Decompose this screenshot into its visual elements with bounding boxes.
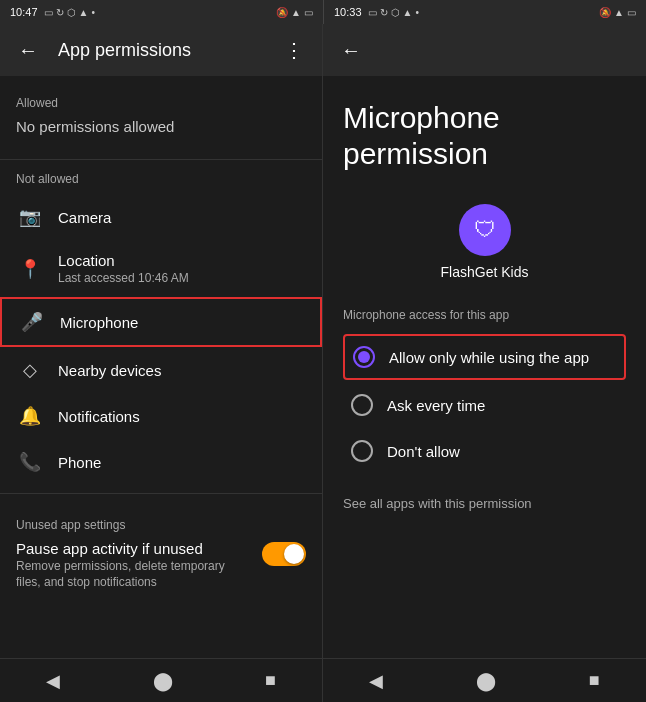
- left-nav-recents-button[interactable]: ■: [265, 670, 276, 691]
- right-bottom-nav: ◀ ⬤ ■: [323, 658, 646, 702]
- signal-icon: ▲: [79, 7, 89, 18]
- right-nav-back-button[interactable]: ◀: [369, 670, 383, 692]
- microphone-text: Microphone: [60, 314, 138, 331]
- app-info: 🛡 FlashGet Kids: [343, 204, 626, 280]
- right-hex-icon: ⬡: [391, 7, 400, 18]
- left-back-button[interactable]: ←: [10, 31, 46, 70]
- app-name: FlashGet Kids: [441, 264, 529, 280]
- radio-circle-allow: [353, 346, 375, 368]
- access-label: Microphone access for this app: [343, 308, 626, 322]
- right-battery-area: 🔕 ▲ ▭: [599, 7, 636, 18]
- unused-text: Pause app activity if unused Remove perm…: [16, 540, 250, 590]
- location-name: Location: [58, 252, 189, 269]
- option-dont-allow[interactable]: Don't allow: [343, 430, 626, 472]
- left-content: Allowed No permissions allowed Not allow…: [0, 76, 322, 658]
- microphone-name: Microphone: [60, 314, 138, 331]
- camera-icon: 📷: [16, 206, 44, 228]
- see-all-apps-link[interactable]: See all apps with this permission: [343, 496, 626, 511]
- nearby-icon: ◇: [16, 359, 44, 381]
- divider-1: [0, 159, 322, 160]
- left-toolbar: ← App permissions ⋮: [0, 24, 322, 76]
- location-icon: 📍: [16, 258, 44, 280]
- right-mute-icon: 🔕: [599, 7, 611, 18]
- left-time: 10:47: [10, 6, 38, 18]
- ask-every-time-label: Ask every time: [387, 397, 485, 414]
- unused-desc: Remove permissions, delete temporary fil…: [16, 559, 250, 590]
- no-permissions-text: No permissions allowed: [0, 118, 322, 151]
- right-status-icons: ▭ ↻ ⬡ ▲ •: [368, 7, 419, 18]
- sync-icon: ↻: [56, 7, 64, 18]
- permission-phone[interactable]: 📞 Phone: [0, 439, 322, 485]
- phone-icon: 📞: [16, 451, 44, 473]
- right-nav-home-button[interactable]: ⬤: [476, 670, 496, 692]
- right-time: 10:33: [334, 6, 362, 18]
- more-options-button[interactable]: ⋮: [276, 30, 312, 70]
- microphone-icon: 🎤: [18, 311, 46, 333]
- right-back-button[interactable]: ←: [333, 31, 369, 70]
- left-nav-back-button[interactable]: ◀: [46, 670, 60, 692]
- left-toolbar-title: App permissions: [58, 40, 276, 61]
- left-panel: ← App permissions ⋮ Allowed No permissio…: [0, 24, 323, 702]
- unused-title: Pause app activity if unused: [16, 540, 250, 557]
- right-dot-icon: •: [415, 7, 419, 18]
- allow-while-using-label: Allow only while using the app: [389, 349, 589, 366]
- permission-microphone[interactable]: 🎤 Microphone: [0, 297, 322, 347]
- option-allow-while-using[interactable]: Allow only while using the app: [343, 334, 626, 380]
- phone-text: Phone: [58, 454, 101, 471]
- right-screen-icon: ▭: [368, 7, 377, 18]
- dot-icon: •: [91, 7, 95, 18]
- divider-2: [0, 493, 322, 494]
- unused-section-label: Unused app settings: [16, 518, 306, 532]
- left-wifi-right-icon: ▲: [291, 7, 301, 18]
- notifications-name: Notifications: [58, 408, 140, 425]
- radio-circle-ask: [351, 394, 373, 416]
- permission-camera[interactable]: 📷 Camera: [0, 194, 322, 240]
- right-battery-icon: ▭: [627, 7, 636, 18]
- right-nav-recents-button[interactable]: ■: [589, 670, 600, 691]
- radio-dot-allow: [358, 351, 370, 363]
- nearby-name: Nearby devices: [58, 362, 161, 379]
- camera-name: Camera: [58, 209, 111, 226]
- permission-title: Microphone permission: [343, 100, 626, 172]
- right-wifi-icon: ▲: [614, 7, 624, 18]
- right-sync-icon: ↻: [380, 7, 388, 18]
- dont-allow-label: Don't allow: [387, 443, 460, 460]
- right-status-bar: 10:33 ▭ ↻ ⬡ ▲ • 🔕 ▲ ▭: [323, 0, 646, 24]
- permission-location[interactable]: 📍 Location Last accessed 10:46 AM: [0, 240, 322, 297]
- app-icon: 🛡: [459, 204, 511, 256]
- unused-section: Unused app settings Pause app activity i…: [0, 502, 322, 598]
- left-status-icons: ▭ ↻ ⬡ ▲ •: [44, 7, 95, 18]
- not-allowed-section-label: Not allowed: [0, 168, 322, 194]
- app-icon-shield: 🛡: [474, 217, 496, 243]
- radio-group: Allow only while using the app Ask every…: [343, 334, 626, 472]
- wifi-icon: ⬡: [67, 7, 76, 18]
- right-toolbar: ←: [323, 24, 646, 76]
- left-bottom-nav: ◀ ⬤ ■: [0, 658, 322, 702]
- permission-notifications[interactable]: 🔔 Notifications: [0, 393, 322, 439]
- camera-text: Camera: [58, 209, 111, 226]
- phone-name: Phone: [58, 454, 101, 471]
- right-panel: ← Microphone permission 🛡 FlashGet Kids …: [323, 24, 646, 702]
- nearby-text: Nearby devices: [58, 362, 161, 379]
- toggle-thumb: [284, 544, 304, 564]
- screen-icon: ▭: [44, 7, 53, 18]
- location-text: Location Last accessed 10:46 AM: [58, 252, 189, 285]
- left-battery-icon: ▭: [304, 7, 313, 18]
- allowed-section-label: Allowed: [0, 92, 322, 118]
- right-signal-icon: ▲: [403, 7, 413, 18]
- radio-circle-deny: [351, 440, 373, 462]
- left-status-bar: 10:47 ▭ ↻ ⬡ ▲ • 🔕 ▲ ▭: [0, 0, 323, 24]
- option-ask-every-time[interactable]: Ask every time: [343, 384, 626, 426]
- pause-activity-toggle[interactable]: [262, 542, 306, 566]
- left-nav-home-button[interactable]: ⬤: [153, 670, 173, 692]
- notifications-text: Notifications: [58, 408, 140, 425]
- permission-nearby[interactable]: ◇ Nearby devices: [0, 347, 322, 393]
- right-content: Microphone permission 🛡 FlashGet Kids Mi…: [323, 76, 646, 658]
- notifications-icon: 🔔: [16, 405, 44, 427]
- mute-icon: 🔕: [276, 7, 288, 18]
- unused-row: Pause app activity if unused Remove perm…: [16, 540, 306, 590]
- location-sub: Last accessed 10:46 AM: [58, 271, 189, 285]
- left-battery-area: 🔕 ▲ ▭: [276, 7, 313, 18]
